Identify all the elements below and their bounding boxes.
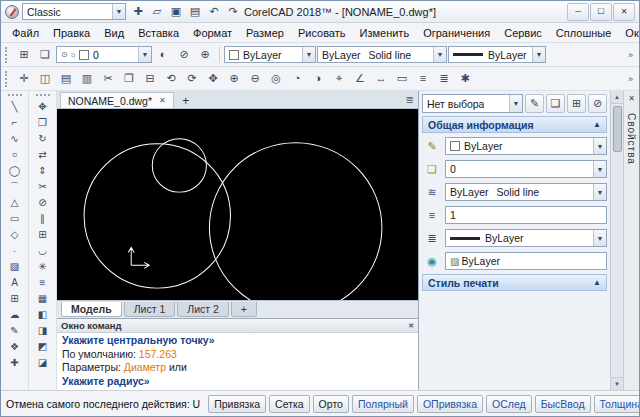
group-icon[interactable]: ◩ <box>32 339 54 355</box>
rectangle-icon[interactable]: ▭ <box>4 211 26 227</box>
point-icon[interactable]: ∙ <box>4 243 26 259</box>
order-front-icon[interactable]: ◧ <box>32 307 54 323</box>
angle-icon[interactable]: ∠ <box>350 69 370 89</box>
layers-manager-icon[interactable]: ⊞ <box>14 45 34 65</box>
rotate-icon[interactable]: ↻ <box>32 131 54 147</box>
menu-item[interactable]: Сплошные <box>549 25 618 41</box>
selection-filter-select[interactable]: Нет выбора ▼ <box>422 94 523 113</box>
panel-scrollbar[interactable]: ▲ ▼ <box>610 91 623 390</box>
zoom-out-icon[interactable]: ⊖ <box>245 69 265 89</box>
lineweight-toggle-button[interactable]: ТолщинаЛ <box>594 395 639 413</box>
snap-button[interactable]: Привязка <box>208 395 266 413</box>
layer-off-icon[interactable]: ⊘ <box>174 45 194 65</box>
measure-icon[interactable]: ⌖ <box>329 69 349 89</box>
new-icon[interactable]: ✛ <box>14 69 34 89</box>
arc-icon[interactable]: ⌒ <box>4 179 26 195</box>
tab-model[interactable]: Модель <box>61 302 122 317</box>
panel-side-tab[interactable]: ✕ Свойства <box>623 91 639 390</box>
scroll-down-icon[interactable]: ▼ <box>611 377 623 390</box>
copy-entity-icon[interactable]: ❐ <box>32 115 54 131</box>
distance-icon[interactable]: ↔ <box>371 69 391 89</box>
collapse-icon[interactable]: ▲ <box>593 120 601 129</box>
polygon-icon[interactable]: △ <box>4 195 26 211</box>
collapse-icon[interactable]: ▲ <box>593 278 601 287</box>
mirror-icon[interactable]: ⇄ <box>32 147 54 163</box>
orbit-icon[interactable]: ◑ <box>308 69 328 89</box>
lineweight-select[interactable]: ByLayer ▼ <box>448 46 546 63</box>
copy-properties-icon[interactable]: ✎ <box>525 94 544 113</box>
menu-item[interactable]: Ограничения <box>416 25 497 41</box>
menu-item[interactable]: Вид <box>97 25 131 41</box>
move-icon[interactable]: ✥ <box>32 99 54 115</box>
menu-item[interactable]: Сервис <box>497 25 549 41</box>
area-icon[interactable]: ▭ <box>392 69 412 89</box>
hatch-edit-icon[interactable]: ▦ <box>32 291 54 307</box>
drawn-circle[interactable] <box>84 144 230 288</box>
open-icon[interactable]: ▱ <box>148 3 166 21</box>
close-panel-icon[interactable]: ✕ <box>628 94 635 103</box>
layer-select[interactable]: 0 ▼ <box>445 160 607 178</box>
linestyle-select[interactable]: ByLayer Solid line ▼ <box>445 183 607 201</box>
menu-item[interactable]: Размер <box>239 25 291 41</box>
toolbar-grip[interactable] <box>5 47 9 63</box>
toolbar-overflow-icon[interactable]: » <box>625 50 636 60</box>
polar-button[interactable]: Полярный <box>352 395 414 413</box>
options-icon[interactable]: ✱ <box>455 69 475 89</box>
ungroup-icon[interactable]: ◪ <box>32 355 54 371</box>
new-drawing-icon[interactable]: ✚ <box>129 3 147 21</box>
open-icon[interactable]: ◫ <box>35 69 55 89</box>
properties-icon[interactable]: ≡ <box>413 69 433 89</box>
stretch-icon[interactable]: ⇕ <box>32 163 54 179</box>
maximize-button[interactable]: ☐ <box>590 3 612 21</box>
layer-select[interactable]: ⊙ ☼ 0 ▼ <box>56 46 152 63</box>
esnap-button[interactable]: ОПривязка <box>417 395 483 413</box>
line-icon[interactable]: ╲ <box>4 99 26 115</box>
layer-isolate-icon[interactable]: ⊕ <box>195 45 215 65</box>
table-icon[interactable]: ⊞ <box>4 291 26 307</box>
zoom-in-icon[interactable]: ⊕ <box>224 69 244 89</box>
layer-properties-icon[interactable]: ❏ <box>35 45 55 65</box>
command-history[interactable]: Укажите центральную точку» По умолчанию:… <box>57 333 418 390</box>
order-back-icon[interactable]: ◨ <box>32 323 54 339</box>
zoom-window-icon[interactable]: ◔ <box>287 69 307 89</box>
quick-input-button[interactable]: БысВвод <box>535 395 591 413</box>
redo-icon[interactable]: ⟳ <box>182 69 202 89</box>
cut-icon[interactable]: ✂ <box>98 69 118 89</box>
linescale-input[interactable]: 1 <box>445 206 607 224</box>
redo-icon[interactable]: ↷ <box>224 3 242 21</box>
paste-icon[interactable]: ⊟ <box>140 69 160 89</box>
ellipse-icon[interactable]: ◯ <box>4 163 26 179</box>
erase-icon[interactable]: ⊘ <box>32 195 54 211</box>
print-icon[interactable]: ▥ <box>77 69 97 89</box>
undo-icon[interactable]: ↶ <box>205 3 223 21</box>
app-icon[interactable] <box>5 5 19 19</box>
linestyle-select[interactable]: ByLayer Solid line ▼ <box>317 46 447 63</box>
scrollbar-thumb[interactable] <box>613 106 622 152</box>
menu-item[interactable]: Окно <box>618 25 639 41</box>
menu-item[interactable]: Файл <box>5 25 46 41</box>
toolbar-grip[interactable] <box>36 94 50 98</box>
menu-item[interactable]: Рисовать <box>291 25 353 41</box>
copy-icon[interactable]: ❐ <box>119 69 139 89</box>
polyline-icon[interactable]: ⌐ <box>4 115 26 131</box>
trim-icon[interactable]: ✂ <box>32 179 54 195</box>
drawing-canvas[interactable] <box>57 109 418 300</box>
hatch-icon[interactable]: ▨ <box>4 259 26 275</box>
pan-icon[interactable]: ✥ <box>203 69 223 89</box>
scroll-up-icon[interactable]: ▲ <box>611 91 623 104</box>
new-tab-button[interactable]: + <box>178 93 194 108</box>
spline-icon[interactable]: ∿ <box>4 131 26 147</box>
quick-select-icon[interactable]: ❏ <box>546 94 565 113</box>
zoom-extents-icon[interactable]: ◎ <box>266 69 286 89</box>
text-icon[interactable]: A <box>4 275 26 291</box>
fillet-icon[interactable]: ◡ <box>32 243 54 259</box>
toolbar-grip[interactable] <box>8 94 22 98</box>
tab-add-sheet[interactable]: + <box>231 302 257 317</box>
properties-paint-icon[interactable]: ≡ <box>32 275 54 291</box>
menu-item[interactable]: Вставка <box>131 25 186 41</box>
print-icon[interactable]: ▤ <box>186 3 204 21</box>
document-tab[interactable]: NONAME_0.dwg* ✕ <box>60 92 174 108</box>
close-tab-icon[interactable]: ✕ <box>159 96 166 105</box>
undo-icon[interactable]: ⟲ <box>161 69 181 89</box>
drawn-circle[interactable] <box>209 143 381 300</box>
